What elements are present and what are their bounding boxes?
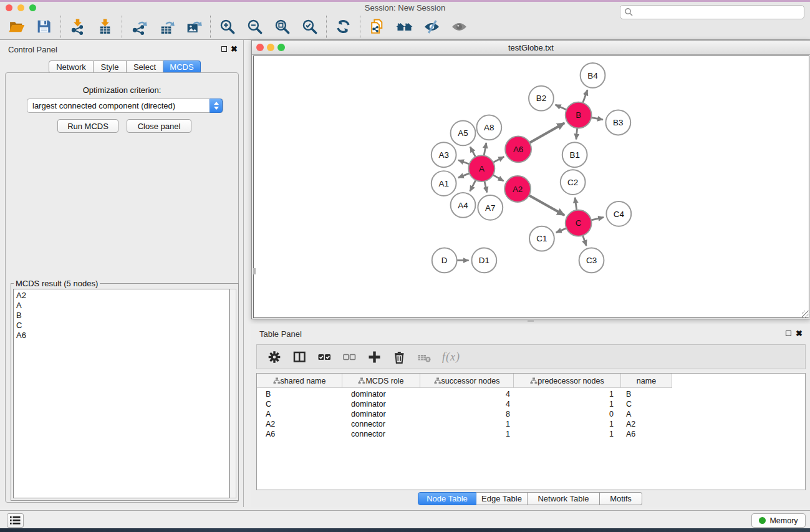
zoom-out-icon[interactable] (246, 18, 263, 35)
node-B[interactable]: B (566, 102, 592, 128)
node-C[interactable]: C (566, 210, 592, 236)
close-panel-button[interactable]: Close panel (127, 119, 191, 133)
result-item[interactable]: A2 (16, 291, 229, 301)
resize-grip[interactable] (802, 311, 809, 318)
table-row-C[interactable]: Cdominator41C (257, 399, 672, 409)
tab-network[interactable]: Network (49, 60, 94, 74)
memory-button[interactable]: Memory (751, 513, 806, 528)
node-A4[interactable]: A4 (451, 193, 476, 218)
column-label: predecessor nodes (538, 377, 604, 385)
sort-hierarchy-icon[interactable] (358, 377, 365, 384)
column-header-predecessor-nodes[interactable]: predecessor nodes (514, 374, 621, 388)
horizontal-scroll-nub[interactable] (528, 320, 534, 322)
delete-table-icon[interactable] (417, 350, 432, 364)
network-graph[interactable]: B4B2BB3B1A5A8A6A3AA1A4A7A2C2C4CC1C3DD1 (254, 56, 809, 317)
node-C1[interactable]: C1 (529, 226, 554, 251)
node-B4[interactable]: B4 (581, 63, 605, 88)
result-item[interactable]: B (16, 311, 229, 321)
network-canvas[interactable]: B4B2BB3B1A5A8A6A3AA1A4A7A2C2C4CC1C3DD1 (253, 56, 809, 318)
tab-motifs[interactable]: Motifs (600, 492, 642, 505)
close-table-panel-icon[interactable]: ✖ (796, 329, 803, 338)
float-table-panel-icon[interactable] (786, 331, 791, 336)
node-A5[interactable]: A5 (451, 121, 476, 146)
select-all-icon[interactable] (317, 350, 332, 364)
sort-hierarchy-icon[interactable] (530, 377, 538, 384)
show-panel-icon[interactable] (451, 18, 468, 35)
node-B2[interactable]: B2 (529, 86, 554, 111)
refresh-layout-icon[interactable] (335, 18, 352, 35)
export-image-icon[interactable] (185, 18, 202, 35)
settings-icon[interactable] (268, 350, 282, 364)
vertical-scroll-nub[interactable] (253, 268, 256, 274)
delete-column-icon[interactable] (392, 350, 407, 364)
open-file-icon[interactable] (8, 18, 25, 35)
criterion-select[interactable]: largest connected component (directed) (27, 99, 223, 113)
task-history-button[interactable] (7, 513, 24, 528)
mcds-result-list[interactable]: A2ABCA6 (13, 289, 229, 498)
cell-shared_name: A (257, 409, 342, 419)
export-table-icon[interactable] (158, 18, 175, 35)
result-item[interactable]: A6 (16, 331, 229, 341)
node-A[interactable]: A (468, 155, 494, 181)
result-item[interactable]: A (16, 301, 229, 311)
sort-hierarchy-icon[interactable] (273, 377, 281, 384)
column-header-name[interactable]: name (621, 374, 672, 388)
node-A8[interactable]: A8 (476, 115, 501, 140)
optimization-label: Optimization criterion: (6, 85, 238, 95)
zoom-fit-icon[interactable] (274, 18, 291, 35)
table-row-B[interactable]: Bdominator41B (257, 389, 672, 399)
import-table-icon[interactable] (97, 18, 113, 35)
tab-network-table[interactable]: Network Table (528, 492, 600, 505)
tab-style[interactable]: Style (94, 60, 127, 74)
result-scrollbar[interactable] (229, 289, 236, 498)
svg-text:D1: D1 (479, 256, 489, 265)
column-header-MCDS-role[interactable]: MCDS role (342, 374, 420, 388)
deselect-all-icon[interactable] (342, 350, 357, 364)
cell-name: B (621, 389, 672, 399)
control-panel-tabs: NetworkStyleSelectMCDS (49, 60, 201, 74)
float-panel-icon[interactable] (221, 46, 227, 52)
zoom-selected-icon[interactable] (301, 18, 318, 35)
table-row-A[interactable]: Adominator80A (257, 409, 672, 419)
import-network-icon[interactable] (69, 18, 86, 35)
zoom-in-icon[interactable] (219, 18, 236, 35)
table-row-A2[interactable]: A2connector11A2 (257, 419, 672, 429)
tab-select[interactable]: Select (127, 60, 163, 74)
node-A1[interactable]: A1 (432, 171, 456, 196)
node-C4[interactable]: C4 (606, 201, 631, 226)
mcds-result-group: MCDS result (5 nodes) A2ABCA6 (11, 283, 239, 501)
run-mcds-button[interactable]: Run MCDS (57, 119, 118, 133)
node-B1[interactable]: B1 (562, 142, 587, 167)
node-table[interactable]: shared nameMCDS rolesuccessor nodesprede… (256, 373, 806, 490)
table-row-A6[interactable]: A6connector11A6 (257, 429, 672, 439)
split-view-icon[interactable] (292, 350, 307, 364)
duplicate-network-icon[interactable] (369, 18, 385, 35)
node-B3[interactable]: B3 (605, 110, 630, 135)
save-session-icon[interactable] (36, 18, 52, 35)
search-input[interactable] (620, 5, 804, 19)
node-A7[interactable]: A7 (478, 195, 503, 220)
export-network-icon[interactable] (130, 18, 147, 35)
svg-text:B: B (576, 110, 581, 120)
column-header-shared-name[interactable]: shared name (257, 374, 342, 388)
column-header-successor-nodes[interactable]: successor nodes (420, 374, 514, 388)
node-C2[interactable]: C2 (561, 170, 586, 195)
node-C3[interactable]: C3 (579, 248, 604, 273)
tab-edge-table[interactable]: Edge Table (476, 492, 528, 505)
hide-panel-icon[interactable] (423, 18, 440, 35)
node-A3[interactable]: A3 (432, 142, 456, 167)
select-stepper-icon[interactable] (210, 99, 223, 113)
node-D1[interactable]: D1 (471, 248, 496, 273)
node-A2[interactable]: A2 (504, 176, 531, 202)
cell-name: C (621, 399, 672, 409)
home-view-icon[interactable] (396, 18, 413, 35)
network-window-titlebar[interactable]: testGlobe.txt (252, 41, 810, 55)
tab-mcds[interactable]: MCDS (163, 60, 201, 74)
add-column-icon[interactable] (367, 350, 382, 364)
result-item[interactable]: C (16, 321, 229, 331)
node-D[interactable]: D (432, 248, 457, 273)
tab-node-table[interactable]: Node Table (418, 492, 476, 505)
close-panel-icon[interactable]: ✖ (231, 44, 238, 54)
sort-hierarchy-icon[interactable] (434, 377, 441, 384)
node-A6[interactable]: A6 (505, 136, 531, 162)
